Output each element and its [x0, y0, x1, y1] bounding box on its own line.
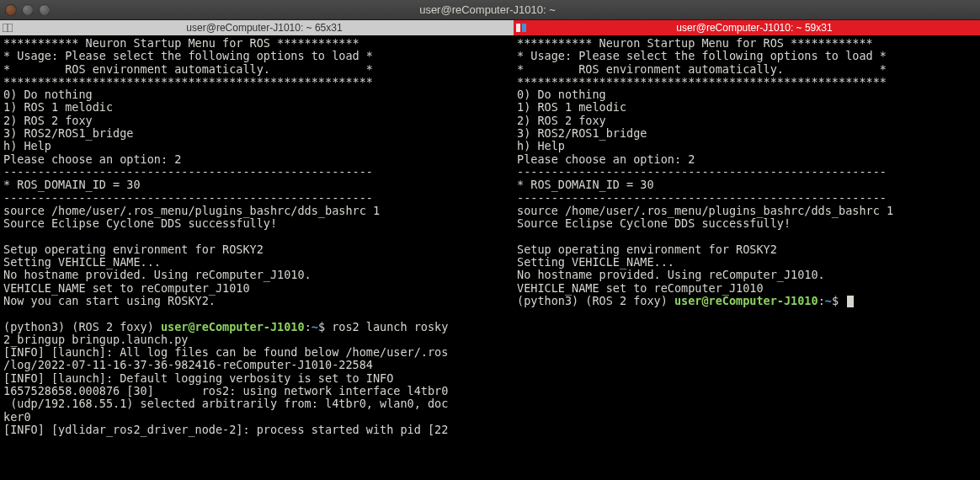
pane-header-right[interactable]: user@reComputer-J1010: ~ 59x31 — [514, 20, 980, 35]
text-line: * ROS_DOMAIN_ID = 30 — [3, 178, 141, 191]
prompt-env: (python3) (ROS 2 foxy) — [517, 294, 674, 307]
text-line: h) Help — [3, 139, 51, 152]
text-line: source /home/user/.ros_menu/plugins_bash… — [3, 204, 380, 217]
prompt-dollar: $ — [318, 320, 332, 333]
prompt-dollar: $ — [832, 294, 845, 307]
text-line: *********** Neuron Startup Menu for ROS … — [517, 36, 873, 50]
text-line: 3) ROS2/ROS1_bridge — [517, 126, 647, 140]
text-line: Now you can start using ROSKY2. — [3, 294, 216, 307]
text-line: ****************************************… — [3, 75, 373, 88]
pane-title-left: user@reComputer-J1010: ~ 65x31 — [15, 22, 514, 34]
prompt-path: ~ — [312, 320, 318, 333]
pane-split-icon — [514, 20, 529, 35]
prompt-env: (python3) (ROS 2 foxy) — [3, 320, 161, 333]
text-line: Please choose an option: 2 — [3, 152, 181, 166]
log-line: 1657528658.000876 [30] ros2: using netwo… — [3, 384, 448, 424]
text-line: 3) ROS2/ROS1_bridge — [3, 126, 133, 140]
text-line: Setup operating environment for ROSKY2 — [3, 243, 264, 256]
log-line: [INFO] [launch]: All log files can be fo… — [3, 345, 448, 371]
text-line: * ROS_DOMAIN_ID = 30 — [517, 178, 654, 191]
text-line: ----------------------------------------… — [3, 191, 373, 205]
text-line: * ROS environment automatically. * — [3, 62, 373, 76]
text-line: Source Eclipse Cyclone DDS successfully! — [3, 216, 277, 230]
log-line: [INFO] [ydlidar_ros2_driver_node-2]: pro… — [3, 423, 448, 436]
prompt-user: user@reComputer-J1010 — [674, 294, 818, 307]
text-line: ----------------------------------------… — [3, 165, 373, 179]
terminal-right[interactable]: *********** Neuron Startup Menu for ROS … — [514, 35, 980, 480]
text-line: Setting VEHICLE_NAME... — [3, 255, 161, 269]
text-line: Source Eclipse Cyclone DDS successfully! — [517, 216, 791, 230]
text-line: ****************************************… — [517, 75, 887, 88]
text-line: * ROS environment automatically. * — [517, 62, 887, 76]
text-line: 2) ROS 2 foxy — [3, 114, 93, 127]
split-container: user@reComputer-J1010: ~ 65x31 *********… — [0, 20, 980, 480]
text-line: VEHICLE_NAME set to reComputer_J1010 — [3, 281, 250, 295]
text-line: 1) ROS 1 melodic — [517, 100, 626, 114]
terminal-pane-right: user@reComputer-J1010: ~ 59x31 *********… — [514, 20, 980, 480]
text-line: ----------------------------------------… — [517, 191, 887, 205]
text-line: 0) Do nothing — [517, 88, 606, 101]
prompt-path: ~ — [825, 294, 832, 307]
pane-header-left[interactable]: user@reComputer-J1010: ~ 65x31 — [0, 20, 514, 35]
text-line: 2) ROS 2 foxy — [517, 114, 606, 127]
pane-split-icon — [0, 20, 15, 35]
text-line: 0) Do nothing — [3, 88, 93, 101]
pane-title-right: user@reComputer-J1010: ~ 59x31 — [529, 22, 980, 34]
text-line: source /home/user/.ros_menu/plugins_bash… — [517, 204, 893, 217]
text-line: Setup operating environment for ROSKY2 — [517, 243, 777, 256]
terminal-left[interactable]: *********** Neuron Startup Menu for ROS … — [0, 35, 514, 480]
text-line: 1) ROS 1 melodic — [3, 100, 113, 114]
prompt-user: user@reComputer-J1010 — [161, 320, 305, 333]
text-line: VEHICLE_NAME set to reComputer_J1010 — [517, 281, 764, 295]
prompt-colon: : — [818, 294, 825, 307]
log-line: [INFO] [launch]: Default logging verbosi… — [3, 371, 393, 385]
cursor-icon — [847, 296, 854, 307]
text-line: No hostname provided. Using reComputer_J… — [517, 268, 825, 281]
svg-rect-2 — [516, 24, 520, 32]
text-line: h) Help — [517, 139, 565, 152]
text-line: No hostname provided. Using reComputer_J… — [3, 268, 312, 281]
prompt-colon: : — [305, 320, 312, 333]
svg-rect-3 — [522, 24, 526, 32]
terminal-pane-left: user@reComputer-J1010: ~ 65x31 *********… — [0, 20, 514, 480]
text-line: * Usage: Please select the following opt… — [517, 49, 887, 62]
text-line: ----------------------------------------… — [517, 165, 887, 179]
window-title: user@reComputer-J1010: ~ — [0, 3, 975, 16]
text-line: Setting VEHICLE_NAME... — [517, 255, 674, 269]
text-line: Please choose an option: 2 — [517, 152, 695, 166]
window-titlebar[interactable]: user@reComputer-J1010: ~ — [0, 0, 980, 20]
text-line: * Usage: Please select the following opt… — [3, 49, 373, 62]
text-line: *********** Neuron Startup Menu for ROS … — [3, 36, 360, 50]
